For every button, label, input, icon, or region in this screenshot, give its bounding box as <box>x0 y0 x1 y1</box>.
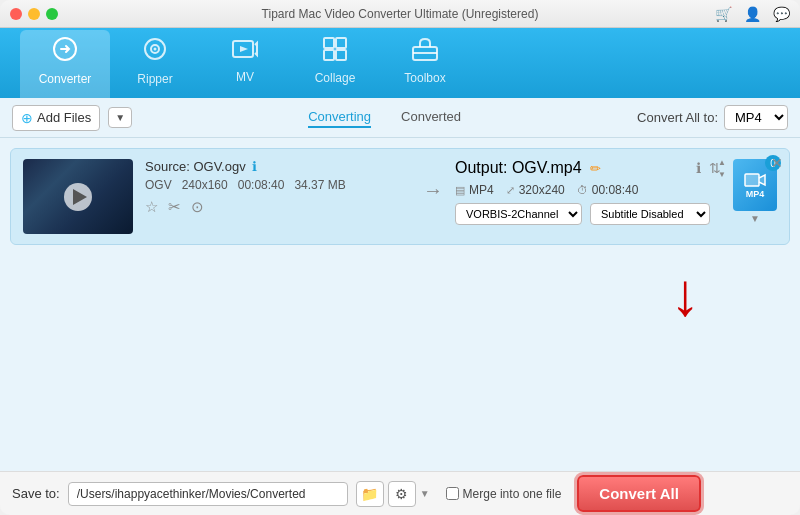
nav-converter-label: Converter <box>39 72 92 86</box>
svg-rect-6 <box>336 38 346 48</box>
save-path-input[interactable] <box>68 482 348 506</box>
source-label: Source: OGV.ogv <box>145 159 246 174</box>
audio-track-select[interactable]: VORBIS-2Channel <box>455 203 582 225</box>
close-button[interactable] <box>10 8 22 20</box>
output-section: Output: OGV.mp4 ✏ ℹ ⇅ ▤ MP4 ⤢ 320x240 ⏱ <box>455 159 721 225</box>
merge-label: Merge into one file <box>463 487 562 501</box>
cut-icon[interactable]: ✂ <box>168 198 181 216</box>
source-info-icon[interactable]: ℹ <box>252 159 257 174</box>
convert-all-to-label: Convert All to: <box>637 110 718 125</box>
convert-all-button[interactable]: Convert All <box>577 475 700 512</box>
toolbar: ⊕ Add Files ▼ Converting Converted Conve… <box>0 98 800 138</box>
format-select[interactable]: MP4 MOV AVI MKV <box>724 105 788 130</box>
merge-checkbox[interactable] <box>446 487 459 500</box>
ripper-icon <box>142 36 168 68</box>
nav-mv[interactable]: MV <box>200 30 290 98</box>
svg-rect-7 <box>324 50 334 60</box>
status-bar: Save to: 📁 ⚙ ▼ Merge into one file Conve… <box>0 471 800 515</box>
merge-checkbox-wrap: Merge into one file <box>446 487 562 501</box>
nav-converter[interactable]: Converter <box>20 30 110 98</box>
nav-collage-label: Collage <box>315 71 356 85</box>
main-content: Source: OGV.ogv ℹ OGV 240x160 00:08:40 3… <box>0 138 800 471</box>
folder-open-button[interactable]: 📁 <box>356 481 384 507</box>
add-files-label: Add Files <box>37 110 91 125</box>
mv-icon <box>232 38 258 66</box>
output-specs: ▤ MP4 ⤢ 320x240 ⏱ 00:08:40 <box>455 183 721 197</box>
output-duration-label: 00:08:40 <box>592 183 639 197</box>
file-duration: 00:08:40 <box>238 178 285 192</box>
tab-converted[interactable]: Converted <box>401 107 461 128</box>
convert-all-to: Convert All to: MP4 MOV AVI MKV <box>637 105 788 130</box>
scroll-up-button[interactable]: ▲ <box>715 157 729 167</box>
collage-icon <box>323 37 347 67</box>
duration-spec-icon: ⏱ <box>577 184 588 196</box>
toolbar-tabs: Converting Converted <box>140 107 629 128</box>
svg-point-3 <box>154 48 157 51</box>
svg-rect-8 <box>336 50 346 60</box>
nav-ripper[interactable]: Ripper <box>110 30 200 98</box>
plus-icon: ⊕ <box>21 110 33 126</box>
window-title: Tipard Mac Video Converter Ultimate (Unr… <box>262 7 539 21</box>
output-line: Output: OGV.mp4 ✏ ℹ ⇅ <box>455 159 721 177</box>
title-bar-icons: 🛒 👤 💬 <box>715 6 790 22</box>
add-files-button[interactable]: ⊕ Add Files <box>12 105 100 131</box>
format-spec-icon: ▤ <box>455 184 465 197</box>
subtitle-select[interactable]: Subtitle Disabled <box>590 203 710 225</box>
output-selects: VORBIS-2Channel Subtitle Disabled <box>455 203 721 225</box>
card-close-button[interactable]: ✕ <box>771 155 783 171</box>
file-resolution: 240x160 <box>182 178 228 192</box>
arrow-indicator-wrapper: ↓ <box>10 265 790 325</box>
cart-icon[interactable]: 🛒 <box>715 6 732 22</box>
file-format: OGV <box>145 178 172 192</box>
svg-rect-11 <box>745 174 759 186</box>
output-resolution-label: 320x240 <box>519 183 565 197</box>
nav-ripper-label: Ripper <box>137 72 172 86</box>
nav-mv-label: MV <box>236 70 254 84</box>
resolution-spec-icon: ⤢ <box>506 184 515 197</box>
play-triangle-icon <box>73 189 87 205</box>
star-icon[interactable]: ☆ <box>145 198 158 216</box>
nav-toolbox[interactable]: Toolbox <box>380 30 470 98</box>
save-to-label: Save to: <box>12 486 60 501</box>
file-thumbnail <box>23 159 133 234</box>
converter-icon <box>52 36 78 68</box>
file-card: Source: OGV.ogv ℹ OGV 240x160 00:08:40 3… <box>10 148 790 245</box>
toolbox-icon <box>412 37 438 67</box>
edit-icon[interactable]: ✏ <box>590 161 601 176</box>
window-controls[interactable] <box>10 8 58 20</box>
nav-collage[interactable]: Collage <box>290 30 380 98</box>
output-format-spec: ▤ MP4 <box>455 183 494 197</box>
save-dropdown-button[interactable]: ▼ <box>420 488 430 499</box>
maximize-button[interactable] <box>46 8 58 20</box>
nav-bar: Converter Ripper MV <box>0 28 800 98</box>
source-line: Source: OGV.ogv ℹ <box>145 159 411 174</box>
file-size: 34.37 MB <box>294 178 345 192</box>
format-badge-chevron[interactable]: ▼ <box>750 213 760 224</box>
add-files-dropdown[interactable]: ▼ <box>108 107 132 128</box>
output-label: Output: OGV.mp4 <box>455 159 582 177</box>
play-button[interactable] <box>64 183 92 211</box>
format-badge-label: MP4 <box>746 189 765 199</box>
svg-rect-5 <box>324 38 334 48</box>
effects-icon[interactable]: ⊙ <box>191 198 204 216</box>
file-actions: ☆ ✂ ⊙ <box>145 198 411 216</box>
file-info: Source: OGV.ogv ℹ OGV 240x160 00:08:40 3… <box>145 159 411 216</box>
card-scroll-buttons: ▲ ▼ <box>715 157 729 179</box>
chat-icon[interactable]: 💬 <box>773 6 790 22</box>
output-resolution-spec: ⤢ 320x240 <box>506 183 565 197</box>
save-buttons: 📁 ⚙ ▼ <box>356 481 430 507</box>
output-duration-spec: ⏱ 00:08:40 <box>577 183 639 197</box>
tab-converting[interactable]: Converting <box>308 107 371 128</box>
folder-settings-button[interactable]: ⚙ <box>388 481 416 507</box>
minimize-button[interactable] <box>28 8 40 20</box>
output-info-icon[interactable]: ℹ <box>696 160 701 176</box>
output-format-label: MP4 <box>469 183 494 197</box>
nav-toolbox-label: Toolbox <box>404 71 445 85</box>
file-meta: OGV 240x160 00:08:40 34.37 MB <box>145 178 411 192</box>
scroll-down-button[interactable]: ▼ <box>715 169 729 179</box>
title-bar: Tipard Mac Video Converter Ultimate (Unr… <box>0 0 800 28</box>
arrow-right-icon: → <box>423 159 443 202</box>
down-arrow-icon: ↓ <box>670 265 700 325</box>
thumbnail-image <box>23 159 133 234</box>
user-icon[interactable]: 👤 <box>744 6 761 22</box>
